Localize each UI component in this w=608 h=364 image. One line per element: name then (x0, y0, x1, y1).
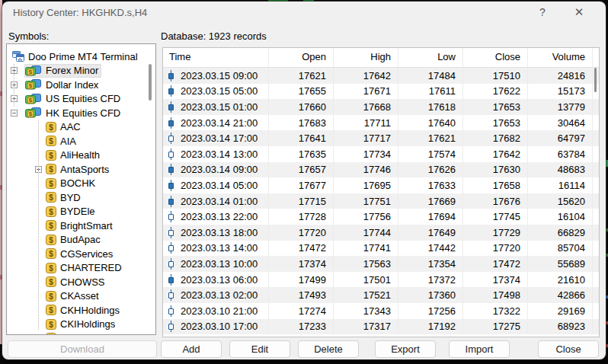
open-cell: 17657 (269, 162, 334, 178)
tree-node-body[interactable]: Doo Prime MT4 Terminal (11, 49, 141, 64)
edit-button[interactable]: Edit (229, 340, 290, 358)
column-header-open[interactable]: Open (269, 48, 334, 67)
tree-item[interactable]: +$Dollar Index (7, 78, 155, 92)
column-header-time[interactable]: Time (163, 48, 269, 67)
tree-item[interactable]: $AAC (7, 120, 155, 135)
volume-cell: 55689 (528, 256, 593, 272)
table-row[interactable]: 2023.03.14 13:00176351773417574176426378… (163, 146, 599, 162)
time-cell: 2023.03.13 10:00 (163, 256, 269, 272)
tree-item[interactable]: $BrightSmart (7, 219, 155, 233)
tree-node-body[interactable]: $BYD (45, 190, 84, 205)
tree-node-body[interactable]: $CKAsset (45, 289, 102, 304)
table-row[interactable]: 2023.03.10 21:00172741734317256173222916… (163, 303, 599, 319)
candle-up-icon (168, 227, 174, 238)
high-cell: 17711 (334, 115, 398, 131)
table-row[interactable]: 2023.03.14 21:00176831771117640176533046… (163, 115, 599, 131)
tree-item[interactable]: $BYDEle (7, 205, 155, 219)
table-row[interactable]: 2023.03.14 05:00176771769517633176581611… (163, 177, 599, 193)
table-row[interactable]: 2023.03.13 06:00174991750117372173742161… (163, 272, 599, 288)
table-row[interactable]: 2023.03.14 09:00176571774617626176304868… (163, 162, 599, 178)
tree-item[interactable]: $CGServices (7, 247, 155, 261)
column-header-volume[interactable]: Volume (528, 48, 593, 67)
svg-text:$: $ (49, 235, 53, 244)
close-cell: 17322 (463, 303, 528, 319)
tree-node-body[interactable]: $CHARTERED (45, 261, 125, 276)
delete-button[interactable]: Delete (298, 340, 359, 358)
tree-item[interactable]: $CLPHoldings (7, 331, 155, 335)
tree-item[interactable]: $CHARTERED (7, 261, 155, 276)
tree-item[interactable]: $CKAsset (7, 289, 155, 304)
table-row[interactable]: 2023.03.14 17:00176411771717621176826479… (163, 130, 599, 146)
tree-item[interactable]: $CHOWSS (7, 275, 155, 289)
tree-item[interactable]: +$AntaSports (7, 162, 155, 177)
import-button[interactable]: Import (449, 340, 510, 358)
table-row[interactable]: 2023.03.13 22:00177281775617694177451610… (163, 209, 599, 225)
tree-node-body[interactable]: $CHOWSS (45, 275, 108, 289)
tree-node-body[interactable]: $CGServices (45, 247, 116, 261)
export-button[interactable]: Export (375, 340, 436, 358)
tree-node-body[interactable]: $CKHHoldings (45, 303, 123, 318)
tree-node-body[interactable]: $BYDEle (45, 205, 98, 219)
add-button[interactable]: Add (161, 340, 222, 358)
bar-time: 2023.03.15 09:00 (181, 70, 258, 81)
tree-node-body[interactable]: $HK Equities CFD (24, 106, 123, 120)
tree-item[interactable]: $CKIHoldings (7, 318, 155, 332)
tree-item[interactable]: $CKHHoldings (7, 303, 155, 318)
symbol-icon: $ (46, 305, 56, 315)
tree-item[interactable]: $BYD (7, 190, 155, 205)
tree-item[interactable]: $AliHealth (7, 148, 155, 163)
open-cell: 17374 (269, 256, 334, 272)
tree-item[interactable]: Doo Prime MT4 Terminal (7, 49, 155, 64)
tree-item[interactable]: +$Forex Minor (7, 64, 155, 78)
tree-item[interactable]: $BOCHK (7, 177, 155, 191)
close-button[interactable]: Close (538, 340, 599, 358)
table-row[interactable]: 2023.03.13 14:00174721774117442177208570… (163, 241, 599, 257)
table-row[interactable]: 2023.03.14 01:00177151775117669176761562… (163, 193, 599, 209)
table-row[interactable]: 2023.03.15 05:00176551767117611176221517… (163, 84, 599, 100)
svg-text:$: $ (29, 82, 33, 89)
table-scrollbar-thumb[interactable] (594, 68, 597, 92)
tree-item[interactable]: $BudApac (7, 233, 155, 247)
table-row[interactable]: 2023.03.13 10:00173741756317354174725568… (163, 256, 599, 272)
low-cell: 17574 (398, 146, 463, 162)
tree-node-body[interactable]: $CKIHoldings (45, 318, 118, 332)
help-button[interactable]: ? (530, 3, 555, 21)
table-row[interactable]: 2023.03.15 09:00176211764217484175102481… (163, 68, 599, 84)
bar-time: 2023.03.10 21:00 (181, 305, 258, 317)
column-header-high[interactable]: High (334, 48, 398, 67)
bar-time: 2023.03.14 09:00 (181, 164, 258, 175)
tree-scrollbar-thumb[interactable] (149, 64, 152, 101)
tree-node-body[interactable]: $US Equities CFD (24, 92, 123, 107)
tree-node-body[interactable]: $CLPHoldings (45, 331, 121, 335)
table-row[interactable]: 2023.03.13 18:00177201774417649177296682… (163, 225, 599, 241)
tree-node-body[interactable]: $AntaSports (45, 162, 112, 177)
table-row[interactable]: 2023.03.10 17:00172331731717192172756892… (163, 319, 599, 335)
bar-time: 2023.03.14 05:00 (181, 180, 258, 191)
table-row[interactable]: 2023.03.13 02:00174931752117360174984286… (163, 287, 599, 303)
time-cell: 2023.03.13 14:00 (163, 241, 269, 257)
candle-down-icon (168, 164, 174, 175)
bar-time: 2023.03.14 17:00 (181, 133, 258, 144)
tree-item[interactable]: +$US Equities CFD (7, 92, 155, 107)
tree-node-body[interactable]: $Dollar Index (24, 78, 101, 92)
tree-item[interactable]: $AIA (7, 134, 155, 148)
download-button[interactable]: Download (8, 340, 157, 358)
column-header-close[interactable]: Close (463, 48, 528, 67)
high-cell: 17746 (334, 162, 398, 178)
tree-node-body[interactable]: $BudApac (45, 233, 104, 247)
tree-node-body[interactable]: $AIA (45, 134, 79, 148)
titlebar[interactable]: History Center: HKGHKD.s,H4 ? ✕ (2, 2, 606, 23)
close-cell: 17642 (463, 146, 528, 162)
tree-node-body[interactable]: $AAC (45, 120, 84, 135)
tree-node-body[interactable]: $BOCHK (45, 177, 98, 191)
table-row[interactable]: 2023.03.15 01:00176601766817618176531377… (163, 99, 599, 115)
tree-node-body[interactable]: $BrightSmart (45, 219, 116, 233)
column-header-low[interactable]: Low (398, 48, 463, 67)
volume-cell: 21610 (528, 272, 593, 288)
tree-item[interactable]: −$HK Equities CFD (7, 106, 155, 120)
tree-node-body[interactable]: $AliHealth (45, 148, 103, 163)
tree-node-body[interactable]: $Forex Minor (24, 64, 101, 78)
close-window-icon[interactable]: ✕ (566, 3, 592, 21)
tree-collapse-minus-icon[interactable]: − (11, 110, 18, 117)
low-cell: 17256 (398, 303, 463, 319)
